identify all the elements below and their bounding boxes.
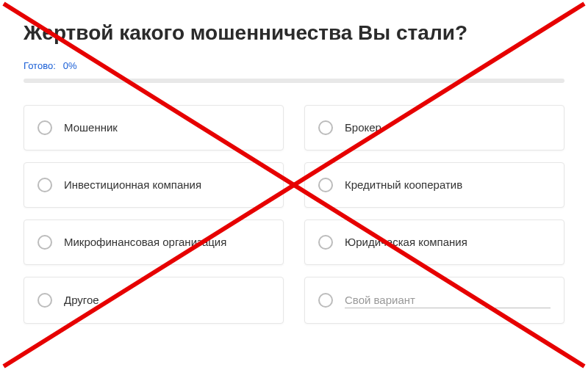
radio-icon — [37, 120, 52, 135]
radio-icon — [37, 178, 52, 192]
option-label: Кредитный кооператив — [345, 178, 462, 191]
options-grid: Мошенник Брокер Инвестиционная компания … — [24, 105, 564, 324]
option-moshennik[interactable]: Мошенник — [24, 105, 284, 150]
option-investitsionnaya[interactable]: Инвестиционная компания — [24, 162, 284, 208]
custom-input[interactable] — [345, 292, 551, 308]
radio-icon — [318, 178, 333, 192]
radio-icon — [37, 293, 52, 308]
option-drugoe[interactable]: Другое — [24, 277, 284, 324]
option-label: Инвестиционная компания — [64, 178, 201, 191]
progress-label: Готово: — [24, 60, 56, 71]
option-label: Микрофинансовая организация — [64, 236, 226, 248]
radio-icon — [318, 120, 333, 135]
progress-value: 0% — [63, 60, 77, 71]
option-label: Юридическая компания — [345, 236, 467, 248]
progress-row: Готово: 0% — [24, 60, 564, 71]
page-title: Жертвой какого мошенничества Вы стали? — [24, 21, 564, 46]
option-label: Другое — [64, 294, 99, 306]
option-custom[interactable] — [304, 277, 564, 324]
option-label: Мошенник — [64, 121, 118, 134]
option-yuridicheskaya[interactable]: Юридическая компания — [304, 220, 564, 265]
radio-icon — [318, 293, 333, 308]
option-broker[interactable]: Брокер — [304, 105, 564, 150]
progress-bar — [24, 79, 564, 83]
option-kreditnyi-kooperativ[interactable]: Кредитный кооператив — [304, 162, 564, 208]
radio-icon — [318, 235, 333, 250]
radio-icon — [37, 235, 52, 250]
option-label: Брокер — [345, 121, 381, 134]
option-mikrofinansovaya[interactable]: Микрофинансовая организация — [24, 220, 284, 265]
